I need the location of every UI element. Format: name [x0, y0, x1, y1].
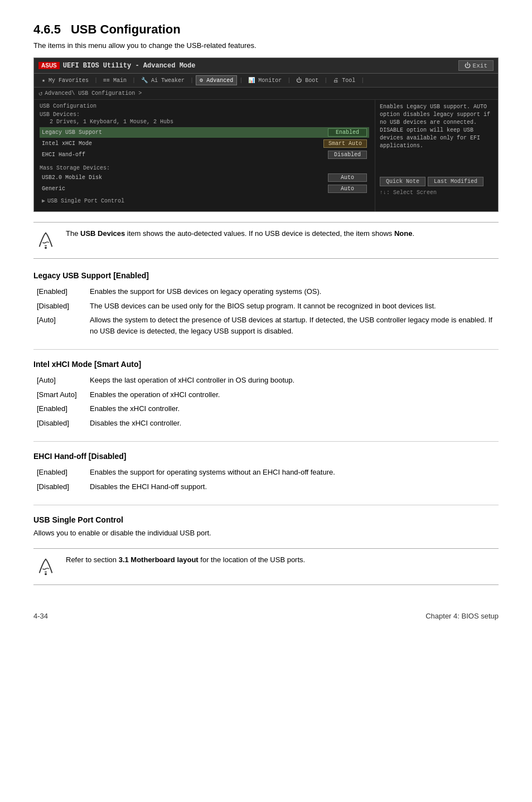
option-label: [Disabled] [33, 299, 86, 313]
intel-xhci-heading: Intel xHCI Mode [Smart Auto] [33, 360, 499, 369]
table-row: [Enabled]Enables the support for operati… [33, 465, 499, 480]
nav-sep-3: | [190, 78, 194, 84]
footer-left: 4-34 [33, 612, 48, 620]
option-desc: Disables the EHCI Hand-off support. [86, 480, 499, 494]
option-label: [Disabled] [33, 480, 86, 494]
bios-usb-devices-value: 2 Drives, 1 Keyboard, 1 Mouse, 2 Hubs [40, 119, 369, 125]
table-row: [Disabled]Disables the xHCI controller. [33, 416, 499, 431]
option-desc: Keeps the last operation of xHCI control… [86, 373, 499, 388]
table-row: [Disabled]The USB devices can be used on… [33, 299, 499, 313]
bios-row-ehci[interactable]: EHCI Hand-off Disabled [40, 149, 369, 160]
generic-badge: Auto [328, 185, 367, 193]
bios-row-generic[interactable]: Generic Auto [40, 183, 369, 194]
bios-row-usb2-disk[interactable]: USB2.0 Mobile Disk Auto [40, 172, 369, 183]
nav-sep-2: | [132, 78, 136, 84]
last-modified-btn[interactable]: Last Modified [428, 177, 483, 186]
navigate-hint: ↑↓: Select Screen [380, 190, 494, 196]
bios-row-single-port[interactable]: ▶ USB Single Port Control [40, 196, 369, 205]
nav-tool[interactable]: 🖨 Tool [330, 76, 359, 85]
table-row: [Auto]Keeps the last operation of xHCI c… [33, 373, 499, 388]
bios-title-text: UEFI BIOS Utility - Advanced Mode [63, 62, 196, 70]
usb2-disk-label: USB2.0 Mobile Disk [42, 175, 102, 181]
footer-right: Chapter 4: BIOS setup [425, 612, 499, 620]
usb-single-port-heading: USB Single Port Control [33, 515, 499, 524]
option-label: [Enabled] [33, 284, 86, 299]
ehci-heading: EHCI Hand-off [Disabled] [33, 452, 499, 461]
section-heading: 4.6.5 USB Configuration [33, 22, 499, 37]
bios-ui-box: ASUS UEFI BIOS Utility - Advanced Mode ⏻… [33, 57, 499, 212]
note-text-1: The USB Devices item shows the auto-dete… [66, 228, 414, 239]
breadcrumb-text: Advanced\ USB Configuration > [45, 90, 142, 96]
ehci-table: [Enabled]Enables the support for operati… [33, 465, 499, 494]
bios-usb-devices-label: USB Devices: [40, 112, 369, 118]
table-row: [Auto]Allows the system to detect the pr… [33, 313, 499, 338]
option-label: [Enabled] [33, 402, 86, 416]
generic-label: Generic [42, 186, 65, 192]
nav-sep-1: | [94, 78, 98, 84]
divider-3 [33, 505, 499, 505]
table-row: [Smart Auto]Enables the operation of xHC… [33, 388, 499, 402]
power-icon: ⏻ [465, 62, 471, 69]
nav-sep-6: | [324, 78, 327, 84]
table-row: [Disabled]Disables the EHCI Hand-off sup… [33, 480, 499, 494]
intel-xhci-badge: Smart Auto [323, 139, 367, 148]
option-label: [Disabled] [33, 416, 86, 431]
svg-point-1 [45, 573, 47, 575]
option-label: [Auto] [33, 313, 86, 338]
bios-mass-storage-label: Mass Storage Devices: [40, 165, 369, 171]
bios-breadcrumb: ↺ Advanced\ USB Configuration > [34, 88, 498, 100]
exit-button[interactable]: ⏻ Exit [458, 60, 494, 71]
divider-2 [33, 441, 499, 442]
usb-single-port-intro: Allows you to enable or disable the indi… [33, 529, 499, 537]
section-number: 4.6.5 [33, 22, 61, 37]
nav-sep-7: | [361, 78, 364, 84]
section-intro: The items in this menu allow you to chan… [33, 41, 499, 50]
nav-monitor[interactable]: 📊 Monitor [245, 76, 285, 85]
nav-ai-tweaker[interactable]: 🔧 Ai Tweaker [138, 76, 188, 85]
note-box-1: The USB Devices item shows the auto-dete… [33, 222, 499, 259]
table-row: [Enabled]Enables the xHCI controller. [33, 402, 499, 416]
section-title: USB Configuration [71, 22, 181, 37]
quick-note-btn[interactable]: Quick Note [380, 177, 425, 186]
bios-section-label: USB Configuration [40, 103, 369, 109]
single-port-label: USB Single Port Control [47, 198, 124, 204]
back-arrow[interactable]: ↺ [38, 89, 42, 98]
option-desc: Enables the operation of xHCI controller… [86, 388, 499, 402]
bios-navbar: ★ My Favorites | ≡≡ Main | 🔧 Ai Tweaker … [34, 74, 498, 88]
option-desc: Enables the xHCI controller. [86, 402, 499, 416]
intel-xhci-section: Intel xHCI Mode [Smart Auto] [Auto]Keeps… [33, 360, 499, 430]
nav-sep-4: | [239, 78, 243, 84]
page-footer: 4-34 Chapter 4: BIOS setup [33, 607, 499, 620]
single-port-arrow: ▶ [42, 197, 45, 204]
legacy-usb-badge: Enabled [328, 128, 367, 137]
bios-row-legacy-usb[interactable]: Legacy USB Support Enabled [40, 127, 369, 138]
note-icon-2 [33, 554, 58, 579]
note-box-2: Refer to section 3.1 Motherboard layout … [33, 548, 499, 585]
bios-row-intel-xhci[interactable]: Intel xHCI Mode Smart Auto [40, 138, 369, 149]
legacy-usb-heading: Legacy USB Support [Enabled] [33, 271, 499, 280]
nav-boot[interactable]: ⏻ Boot [293, 76, 322, 85]
bios-spacer-1 [40, 161, 369, 165]
bios-help-text: Enables Legacy USB support. AUTO option … [380, 103, 494, 150]
legacy-usb-label: Legacy USB Support [42, 129, 102, 136]
legacy-usb-section: Legacy USB Support [Enabled] [Enabled]En… [33, 271, 499, 338]
bios-titlebar: ASUS UEFI BIOS Utility - Advanced Mode ⏻… [34, 58, 498, 74]
nav-favorites[interactable]: ★ My Favorites [38, 76, 92, 85]
option-desc: Disables the xHCI controller. [86, 416, 499, 431]
usb2-disk-badge: Auto [328, 173, 367, 182]
option-desc: The USB devices can be used only for the… [86, 299, 499, 313]
intel-xhci-table: [Auto]Keeps the last operation of xHCI c… [33, 373, 499, 430]
option-desc: Allows the system to detect the presence… [86, 313, 499, 338]
bios-bottom-buttons: Quick Note Last Modified [380, 177, 494, 186]
option-label: [Smart Auto] [33, 388, 86, 402]
bios-right-panel: Enables Legacy USB support. AUTO option … [375, 100, 498, 211]
nav-advanced[interactable]: ⚙ Advanced [196, 75, 237, 85]
nav-main[interactable]: ≡≡ Main [100, 76, 130, 85]
ehci-label: EHCI Hand-off [42, 152, 85, 158]
note-text-2: Refer to section 3.1 Motherboard layout … [66, 554, 305, 566]
bios-content-area: USB Configuration USB Devices: 2 Drives,… [34, 100, 498, 211]
intel-xhci-label: Intel xHCI Mode [42, 141, 92, 147]
divider-1 [33, 349, 499, 350]
exit-label: Exit [473, 62, 487, 69]
option-label: [Auto] [33, 373, 86, 388]
